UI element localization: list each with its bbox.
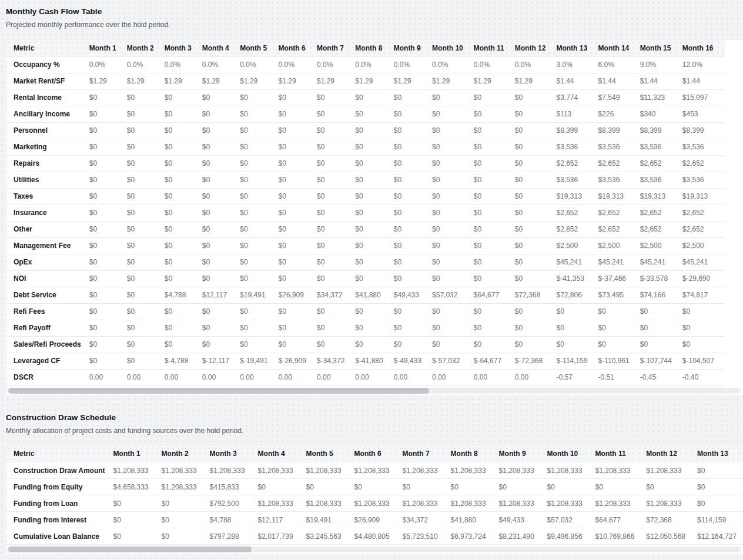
table-cell: $1.44 — [598, 73, 640, 89]
table-cell: $0 — [240, 204, 278, 221]
table-cell: $6,973,724 — [451, 528, 499, 545]
column-header: Month 10 — [547, 446, 595, 462]
cash-flow-table-scroll-area[interactable]: MetricMonth 1Month 2Month 3Month 4Month … — [6, 40, 743, 386]
column-header: Month 7 — [317, 40, 355, 56]
table-cell: $0 — [432, 204, 474, 221]
table-cell: $0 — [89, 172, 127, 188]
table-cell: 0.00 — [165, 369, 202, 385]
table-cell: $41,880 — [355, 287, 393, 303]
table-cell: $0 — [394, 320, 432, 336]
draw-schedule-table-scroll-area[interactable]: MetricMonth 1Month 2Month 3Month 4Month … — [6, 446, 743, 545]
column-header: Month 3 — [210, 446, 258, 462]
table-row: Refi Fees$0$0$0$0$0$0$0$0$0$0$0$0$0$0$0$… — [6, 303, 725, 320]
table-cell: $0 — [474, 122, 515, 139]
column-header: Month 4 — [258, 446, 306, 462]
cash-flow-horizontal-scrollbar[interactable] — [8, 388, 741, 394]
column-header: Month 5 — [240, 40, 278, 56]
table-cell: $0 — [89, 303, 127, 320]
table-cell: $1,208,333 — [499, 462, 547, 479]
table-cell: $0 — [355, 139, 393, 155]
table-cell: $1.29 — [279, 73, 317, 89]
table-cell: $1,208,333 — [547, 495, 595, 512]
table-cell: $2,652 — [556, 204, 598, 221]
table-cell: $0 — [515, 155, 557, 172]
row-label: Occupancy % — [6, 56, 89, 73]
table-cell: $1,208,333 — [547, 462, 595, 479]
table-cell: $0 — [127, 106, 165, 122]
table-cell: $-19,491 — [240, 353, 278, 369]
table-cell: $1,208,333 — [646, 495, 697, 512]
table-cell: $-34,372 — [317, 353, 355, 369]
table-cell: $0 — [317, 221, 355, 237]
draw-schedule-horizontal-scrollbar[interactable] — [8, 546, 741, 552]
row-label: Refi Payoff — [6, 320, 89, 336]
row-label: Refi Fees — [6, 303, 89, 320]
table-cell: $0 — [317, 122, 355, 139]
table-cell: $3,536 — [556, 139, 598, 155]
table-cell: $0 — [165, 204, 202, 221]
table-cell: $0 — [355, 270, 393, 287]
table-cell: $0 — [474, 270, 515, 287]
table-cell: $0 — [403, 479, 451, 495]
cash-flow-section: Monthly Cash Flow Table Projected monthl… — [6, 7, 743, 395]
table-cell: $19,313 — [556, 188, 598, 204]
row-label: Insurance — [6, 204, 89, 221]
table-row: Occupancy %0.0%0.0%0.0%0.0%0.0%0.0%0.0%0… — [6, 56, 725, 73]
table-cell: $-57,032 — [432, 353, 474, 369]
table-cell: 0.0% — [89, 56, 127, 73]
row-label: Construction Draw Amount — [6, 462, 113, 479]
table-cell: $1,208,333 — [306, 495, 354, 512]
table-cell: $0 — [515, 336, 557, 353]
table-cell: 0.0% — [165, 56, 202, 73]
table-cell: $4,788 — [210, 512, 258, 528]
table-cell: $0 — [127, 122, 165, 139]
table-cell: 3.0% — [556, 56, 598, 73]
table-cell: $0 — [515, 89, 557, 106]
table-cell: 0.00 — [317, 369, 355, 385]
table-cell: $57,032 — [432, 287, 474, 303]
table-cell: $0 — [394, 237, 432, 254]
table-cell: $3,774 — [556, 89, 598, 106]
draw-schedule-scrollbar-thumb[interactable] — [8, 546, 252, 552]
table-cell: $0 — [113, 528, 162, 545]
table-cell: $64,677 — [474, 287, 515, 303]
table-cell: 0.00 — [89, 369, 127, 385]
table-cell: $0 — [202, 106, 240, 122]
table-cell: $0 — [640, 320, 682, 336]
table-cell: $12,164,727 — [697, 528, 743, 545]
row-label: Debt Service — [6, 287, 89, 303]
column-header-metric: Metric — [6, 40, 89, 56]
table-row: Cumulative Loan Balance$0$0$797,288$2,01… — [6, 528, 743, 545]
table-cell: $0 — [515, 139, 557, 155]
table-cell: $1.29 — [240, 73, 278, 89]
column-header: Month 8 — [451, 446, 499, 462]
table-cell: $0 — [240, 320, 278, 336]
table-cell: $0 — [355, 204, 393, 221]
table-cell: $8,399 — [640, 122, 682, 139]
table-cell: $0 — [317, 89, 355, 106]
table-cell: $0 — [89, 287, 127, 303]
table-cell: $0 — [317, 320, 355, 336]
table-cell: $1,208,333 — [162, 462, 210, 479]
table-cell: $0 — [202, 221, 240, 237]
table-cell: $226 — [598, 106, 640, 122]
table-cell: $0 — [240, 89, 278, 106]
table-cell: $0 — [515, 172, 557, 188]
table-cell: $1,208,333 — [595, 462, 647, 479]
table-cell: $0 — [165, 139, 202, 155]
table-row: Refi Payoff$0$0$0$0$0$0$0$0$0$0$0$0$0$0$… — [6, 320, 725, 336]
table-cell: $0 — [432, 221, 474, 237]
draw-schedule-section-title: Construction Draw Schedule — [6, 413, 743, 422]
table-cell: 12.0% — [682, 56, 725, 73]
table-cell: $0 — [202, 89, 240, 106]
table-cell: $9,496,856 — [547, 528, 595, 545]
column-header-metric: Metric — [6, 446, 113, 462]
table-cell: $15,097 — [682, 89, 725, 106]
table-cell: $-33,578 — [640, 270, 682, 287]
draw-schedule-table-card: MetricMonth 1Month 2Month 3Month 4Month … — [6, 446, 743, 554]
table-cell: $0 — [394, 106, 432, 122]
cash-flow-scrollbar-thumb[interactable] — [8, 388, 429, 394]
table-cell: $0 — [279, 106, 317, 122]
table-cell: $-72,368 — [515, 353, 557, 369]
table-cell: $1,208,333 — [403, 495, 451, 512]
